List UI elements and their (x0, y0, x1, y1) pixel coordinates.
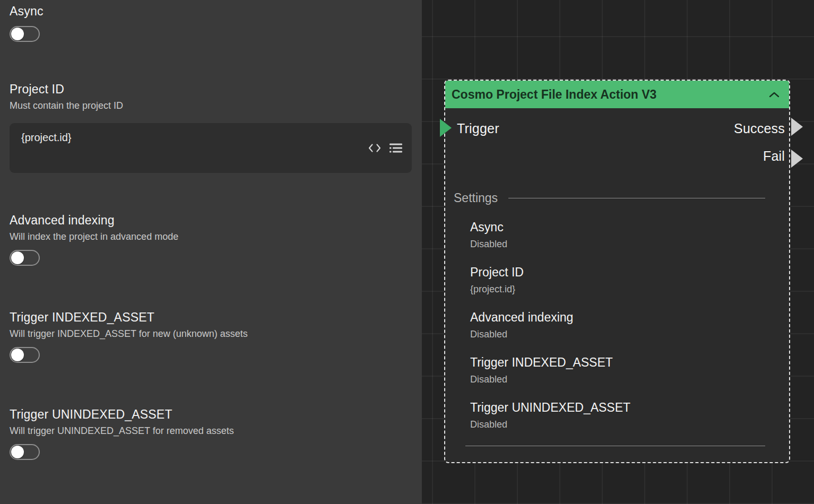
collapse-chevron-up-icon[interactable] (769, 92, 780, 98)
project-id-description: Must contain the project ID (10, 100, 412, 111)
fail-output-port-arrow-icon[interactable] (791, 150, 803, 168)
field-trigger-unindexed-asset: Trigger UNINDEXED_ASSET Will trigger UNI… (10, 407, 412, 460)
setting-item-trigger-unindexed-asset: Trigger UNINDEXED_ASSET Disabled (470, 401, 765, 430)
advanced-indexing-toggle[interactable] (10, 250, 40, 266)
setting-label: Async (470, 220, 765, 234)
setting-label: Advanced indexing (470, 310, 765, 325)
trigger-unindexed-asset-description: Will trigger UNINDEXED_ASSET for removed… (10, 425, 412, 437)
output-port-success-label: Success (734, 121, 785, 136)
setting-item-project-id: Project ID {project.id} (470, 265, 765, 295)
node-settings-list: Async Disabled Project ID {project.id} A… (470, 220, 765, 430)
setting-value: Disabled (470, 239, 765, 250)
node-title: Cosmo Project File Index Action V3 (452, 88, 656, 102)
setting-value: Disabled (470, 374, 765, 385)
project-id-label: Project ID (10, 82, 412, 97)
setting-label: Trigger INDEXED_ASSET (470, 355, 765, 370)
input-port-trigger-label: Trigger (457, 121, 499, 136)
trigger-indexed-asset-description: Will trigger INDEXED_ASSET for new (unkn… (10, 328, 412, 340)
project-id-input-value: {project.id} (21, 132, 72, 143)
trigger-indexed-asset-toggle-knob (11, 349, 24, 361)
success-output-port-arrow-icon[interactable] (791, 118, 803, 136)
port-row-fail: Fail (457, 141, 785, 171)
setting-value: Disabled (470, 419, 765, 430)
workflow-node-cosmo-project-file-index[interactable]: Cosmo Project File Index Action V3 Trigg… (444, 80, 790, 463)
node-bottom-rule (465, 446, 765, 446)
settings-heading: Settings (454, 191, 498, 205)
trigger-unindexed-asset-label: Trigger UNINDEXED_ASSET (10, 407, 412, 422)
workflow-canvas[interactable]: Cosmo Project File Index Action V3 Trigg… (422, 0, 814, 504)
setting-item-trigger-indexed-asset: Trigger INDEXED_ASSET Disabled (470, 355, 765, 385)
trigger-unindexed-asset-toggle[interactable] (10, 444, 40, 460)
settings-heading-rule (508, 198, 765, 198)
advanced-indexing-description: Will index the project in advanced mode (10, 231, 412, 242)
field-advanced-indexing: Advanced indexing Will index the project… (10, 213, 412, 266)
field-async: Async (10, 4, 412, 42)
setting-item-advanced-indexing: Advanced indexing Disabled (470, 310, 765, 340)
advanced-indexing-toggle-knob (11, 251, 24, 264)
setting-label: Trigger UNINDEXED_ASSET (470, 401, 765, 415)
setting-item-async: Async Disabled (470, 220, 765, 250)
async-toggle-knob (11, 28, 24, 40)
project-id-input-actions (368, 143, 402, 153)
output-port-fail-label: Fail (763, 149, 785, 164)
field-trigger-indexed-asset: Trigger INDEXED_ASSET Will trigger INDEX… (10, 310, 412, 363)
trigger-indexed-asset-toggle[interactable] (10, 347, 40, 363)
setting-label: Project ID (470, 265, 765, 280)
node-ports: Trigger Success Fail (445, 108, 789, 171)
advanced-indexing-label: Advanced indexing (10, 213, 412, 228)
code-icon[interactable] (368, 144, 381, 153)
trigger-indexed-asset-label: Trigger INDEXED_ASSET (10, 310, 412, 325)
setting-value: Disabled (470, 329, 765, 340)
node-header[interactable]: Cosmo Project File Index Action V3 (445, 81, 789, 108)
port-row-trigger-success: Trigger Success (457, 116, 785, 141)
project-id-input[interactable]: {project.id} (10, 123, 412, 173)
node-config-panel: Async Project ID Must contain the projec… (0, 0, 422, 504)
node-settings-heading-row: Settings (454, 191, 765, 205)
variables-list-icon[interactable] (389, 143, 402, 153)
async-toggle[interactable] (10, 26, 40, 42)
trigger-unindexed-asset-toggle-knob (11, 446, 24, 458)
field-project-id: Project ID Must contain the project ID {… (10, 82, 412, 173)
async-label: Async (10, 4, 412, 19)
setting-value: {project.id} (470, 284, 765, 295)
